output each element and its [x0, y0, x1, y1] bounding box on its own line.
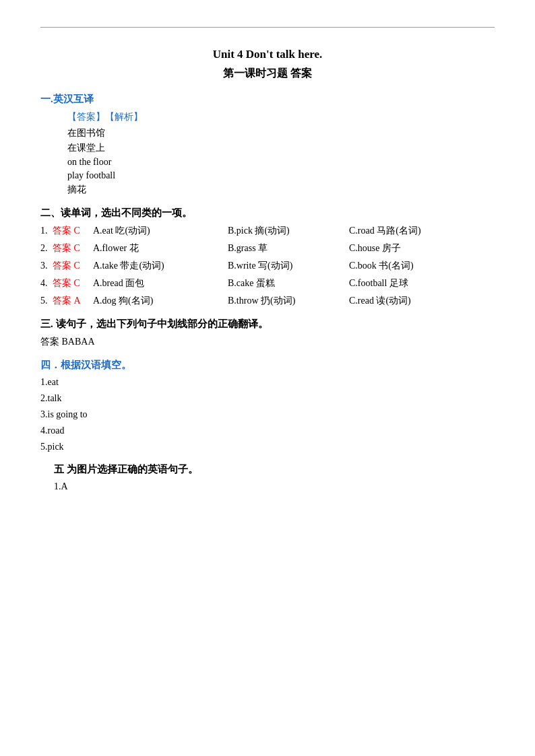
row-answer: 答案 C — [53, 260, 93, 272]
table-row: 2. 答案 C A.flower 花 B.grass 草 C.house 房子 — [40, 242, 495, 254]
row-col-a: A.eat 吃(动词) — [93, 225, 228, 237]
row-col-c: C.road 马路(名词) — [349, 225, 470, 237]
list-item: 1.A — [54, 481, 495, 492]
section-four-title: 四．根据汉语填空。 — [40, 359, 495, 372]
row-col-a: A.dog 狗(名词) — [93, 295, 228, 307]
list-item: 在图书馆 — [67, 127, 495, 139]
section-one: 一.英汉互译 【答案】【解析】 在图书馆 在课堂上 on the floor p… — [40, 93, 495, 196]
table-row: 5. 答案 A A.dog 狗(名词) B.throw 扔(动词) C.read… — [40, 295, 495, 307]
section-five: 五 为图片选择正确的英语句子。 1.A — [54, 463, 495, 492]
list-item: 3.is going to — [40, 409, 495, 420]
top-line — [40, 27, 495, 28]
section-five-items: 1.A — [54, 481, 495, 492]
row-col-b: B.cake 蛋糕 — [228, 277, 349, 289]
row-col-b: B.grass 草 — [228, 242, 349, 254]
row-col-c: C.football 足球 — [349, 277, 470, 289]
row-num: 5. — [40, 296, 53, 306]
section-four: 四．根据汉语填空。 1.eat 2.talk 3.is going to 4.r… — [40, 359, 495, 452]
title-english: Unit 4 Don't talk here. — [40, 48, 495, 61]
row-col-a: A.take 带走(动词) — [93, 260, 228, 272]
list-item: 摘花 — [67, 184, 495, 196]
list-item: on the floor — [67, 157, 495, 168]
row-col-a: A.flower 花 — [93, 242, 228, 254]
row-answer: 答案 C — [53, 277, 93, 289]
table-row: 4. 答案 C A.bread 面包 B.cake 蛋糕 C.football … — [40, 277, 495, 289]
list-item: 5.pick — [40, 442, 495, 452]
answer-tag: 【答案】【解析】 — [67, 112, 143, 122]
section-two: 二、读单词，选出不同类的一项。 1. 答案 C A.eat 吃(动词) B.pi… — [40, 207, 495, 307]
section-four-items: 1.eat 2.talk 3.is going to 4.road 5.pick — [40, 377, 495, 452]
section-three-answer: 答案 BABAA — [40, 336, 495, 348]
list-item: 2.talk — [40, 393, 495, 404]
row-col-c: C.house 房子 — [349, 242, 470, 254]
row-num: 1. — [40, 226, 53, 236]
row-col-b: B.throw 扔(动词) — [228, 295, 349, 307]
list-item: 在课堂上 — [67, 142, 495, 154]
row-answer: 答案 C — [53, 225, 93, 237]
section-one-title: 一.英汉互译 — [40, 93, 495, 106]
table-row: 1. 答案 C A.eat 吃(动词) B.pick 摘(动词) C.road … — [40, 225, 495, 237]
section-three: 三. 读句子，选出下列句子中划线部分的正确翻译。 答案 BABAA — [40, 318, 495, 348]
list-item: 1.eat — [40, 377, 495, 388]
section-two-title: 二、读单词，选出不同类的一项。 — [40, 207, 495, 219]
row-num: 4. — [40, 278, 53, 289]
row-answer: 答案 A — [53, 295, 93, 307]
row-answer: 答案 C — [53, 242, 93, 254]
row-col-b: B.write 写(动词) — [228, 260, 349, 272]
section-one-items: 在图书馆 在课堂上 on the floor play football 摘花 — [67, 127, 495, 196]
answer-tag-block: 【答案】【解析】 — [67, 111, 495, 123]
list-item: play football — [67, 170, 495, 181]
row-num: 3. — [40, 261, 53, 271]
row-col-a: A.bread 面包 — [93, 277, 228, 289]
title-chinese: 第一课时习题 答案 — [40, 67, 495, 81]
row-num: 2. — [40, 243, 53, 254]
row-col-c: C.read 读(动词) — [349, 295, 470, 307]
section-two-rows: 1. 答案 C A.eat 吃(动词) B.pick 摘(动词) C.road … — [40, 225, 495, 307]
section-five-title: 五 为图片选择正确的英语句子。 — [54, 463, 495, 476]
list-item: 4.road — [40, 425, 495, 436]
row-col-c: C.book 书(名词) — [349, 260, 470, 272]
row-col-b: B.pick 摘(动词) — [228, 225, 349, 237]
section-three-title: 三. 读句子，选出下列句子中划线部分的正确翻译。 — [40, 318, 495, 331]
table-row: 3. 答案 C A.take 带走(动词) B.write 写(动词) C.bo… — [40, 260, 495, 272]
